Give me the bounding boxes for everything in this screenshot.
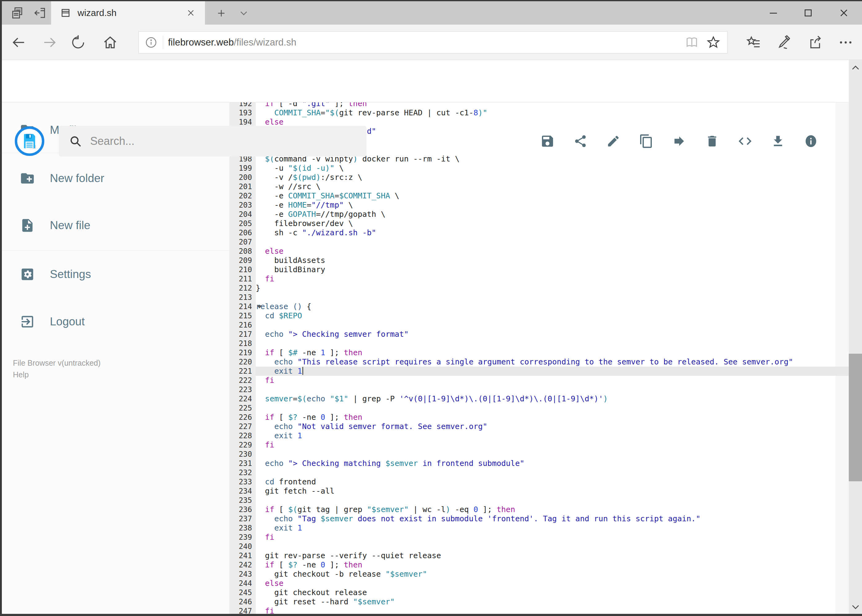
code-text[interactable]: echo "Tag $semver does not exist in subm… — [256, 514, 849, 523]
code-text[interactable]: COMMIT_SHA="$(git rev-parse HEAD | cut -… — [256, 108, 849, 118]
code-text[interactable] — [256, 385, 849, 394]
code-text[interactable]: fi — [256, 274, 849, 284]
code-line[interactable]: 235 — [229, 496, 849, 505]
code-line[interactable]: 193 COMMIT_SHA="$(git rev-parse HEAD | c… — [229, 108, 849, 118]
back-button[interactable] — [10, 34, 27, 51]
code-line[interactable]: 208 else — [229, 247, 849, 256]
rename-button[interactable] — [597, 131, 630, 151]
code-text[interactable]: release () { — [256, 302, 849, 311]
code-text[interactable] — [256, 404, 849, 413]
info-button[interactable] — [794, 131, 827, 151]
code-text[interactable]: fi — [256, 607, 849, 614]
code-line[interactable]: 245 git checkout release — [229, 588, 849, 597]
code-text[interactable]: fi — [256, 533, 849, 542]
code-text[interactable]: git rev-parse --verify --quiet release — [256, 551, 849, 560]
add-favorite-button[interactable] — [703, 32, 724, 53]
new-tab-button[interactable] — [214, 6, 229, 20]
code-text[interactable]: else — [256, 118, 849, 127]
site-info-icon[interactable] — [144, 36, 158, 49]
code-line[interactable]: 207 — [229, 237, 849, 247]
scrollbar-thumb[interactable] — [849, 354, 862, 481]
code-line[interactable]: 205 filebrowser/dev \ — [229, 219, 849, 228]
code-line[interactable]: 218 — [229, 339, 849, 348]
code-text[interactable]: if [ $? -ne 0 ]; then — [256, 413, 849, 422]
code-area[interactable]: 192 if [ -d ".git" ]; then193 COMMIT_SHA… — [229, 102, 849, 614]
code-line[interactable]: 243 git checkout -b release "$semver" — [229, 570, 849, 579]
code-line[interactable]: 229 fi — [229, 440, 849, 449]
code-line[interactable]: 213 — [229, 293, 849, 302]
code-line[interactable]: 237 echo "Tag $semver does not exist in … — [229, 514, 849, 523]
scroll-up-arrow-icon[interactable] — [849, 62, 862, 74]
code-text[interactable]: -v /$(pwd):/src:z \ — [256, 173, 849, 182]
annotate-button[interactable] — [775, 34, 793, 51]
code-line[interactable]: 194 else — [229, 118, 849, 127]
code-line[interactable]: 220 echo "This release script requires a… — [229, 357, 849, 366]
sidebar-item-new-folder[interactable]: New folder — [2, 160, 229, 197]
browser-tab-wizard-sh[interactable]: wizard.sh — [51, 1, 205, 25]
code-line[interactable]: 215 cd $REPO — [229, 311, 849, 321]
code-line[interactable]: 242 if [ $? -ne 0 ]; then — [229, 560, 849, 570]
code-text[interactable]: filebrowser/dev \ — [256, 219, 849, 228]
search-input[interactable] — [90, 135, 355, 148]
code-line[interactable]: 204 -e GOPATH=//tmp/gopath \ — [229, 210, 849, 219]
code-text[interactable] — [256, 496, 849, 505]
code-text[interactable]: -e GOPATH=//tmp/gopath \ — [256, 210, 849, 219]
code-text[interactable]: exit 1 — [256, 431, 849, 440]
code-text[interactable]: fi — [256, 376, 849, 385]
code-text[interactable]: buildBinary — [256, 265, 849, 274]
sidebar-item-new-file[interactable]: New file — [2, 207, 229, 244]
code-text[interactable]: } — [256, 284, 849, 293]
code-line[interactable]: 247 fi — [229, 607, 849, 614]
fold-arrow-icon[interactable] — [257, 305, 262, 308]
code-line[interactable]: 211 fi — [229, 274, 849, 284]
code-line[interactable]: 246 git reset --hard "$semver" — [229, 597, 849, 607]
code-text[interactable]: git fetch --all — [256, 487, 849, 496]
code-text[interactable]: echo "Not valid semver format. See semve… — [256, 422, 849, 431]
code-line[interactable]: 219 if [ $# -ne 1 ]; then — [229, 348, 849, 357]
code-line[interactable]: 239 fi — [229, 533, 849, 542]
code-line[interactable]: 223 — [229, 385, 849, 394]
download-button[interactable] — [761, 131, 794, 151]
code-line[interactable]: 227 echo "Not valid semver format. See s… — [229, 422, 849, 431]
code-line[interactable]: 210 buildBinary — [229, 265, 849, 274]
code-line[interactable]: 236 if [ $(git tag | grep "$semver" | wc… — [229, 505, 849, 514]
code-text[interactable]: semver=$(echo "$1" | grep -P '^v(0|[1-9]… — [256, 394, 849, 404]
code-text[interactable]: else — [256, 247, 849, 256]
code-line[interactable]: 226 if [ $? -ne 0 ]; then — [229, 413, 849, 422]
code-text[interactable] — [256, 237, 849, 247]
code-text[interactable]: if [ $(git tag | grep "$semver" | wc -l)… — [256, 505, 849, 514]
settings-menu-button[interactable] — [837, 34, 854, 51]
code-text[interactable]: sh -c "./wizard.sh -b" — [256, 228, 849, 237]
sidebar-item-settings[interactable]: Settings — [2, 256, 229, 293]
code-line[interactable]: 201 -w //src \ — [229, 182, 849, 191]
code-text[interactable]: cd $REPO — [256, 311, 849, 321]
code-line[interactable]: 202 -e COMMIT_SHA=$COMMIT_SHA \ — [229, 191, 849, 201]
code-text[interactable]: exit 1 — [256, 523, 849, 533]
code-text[interactable]: -e COMMIT_SHA=$COMMIT_SHA \ — [256, 191, 849, 201]
address-bar[interactable]: filebrowser.web/files/wizard.sh — [139, 31, 728, 53]
scroll-down-arrow-icon[interactable] — [849, 600, 862, 613]
code-line[interactable]: 233 cd frontend — [229, 477, 849, 487]
code-text[interactable] — [256, 293, 849, 302]
search-bar[interactable] — [59, 126, 367, 157]
forward-button[interactable] — [41, 34, 58, 51]
window-minimize-button[interactable] — [756, 1, 791, 25]
code-line[interactable]: 217 echo "> Checking semver format" — [229, 330, 849, 339]
save-button[interactable] — [531, 131, 564, 151]
share-file-button[interactable] — [564, 131, 597, 151]
code-line[interactable]: 221 exit 1 — [229, 366, 849, 376]
code-text[interactable]: else — [256, 579, 849, 588]
tab-list-dropdown-button[interactable] — [236, 7, 252, 20]
sidebar-item-logout[interactable]: Logout — [2, 303, 229, 340]
code-line[interactable]: 225 — [229, 404, 849, 413]
code-line[interactable]: 192 if [ -d ".git" ]; then — [229, 102, 849, 108]
code-text[interactable] — [256, 542, 849, 551]
code-text[interactable] — [256, 449, 849, 459]
hub-favorites-button[interactable] — [745, 34, 762, 51]
code-text[interactable]: git reset --hard "$semver" — [256, 597, 849, 607]
refresh-button[interactable] — [70, 34, 87, 51]
code-text[interactable]: echo "This release script requires a sin… — [256, 357, 849, 366]
code-line[interactable]: 232 — [229, 468, 849, 477]
code-line[interactable]: 199 -u "$(id -u)" \ — [229, 163, 849, 173]
code-text[interactable]: if [ $? -ne 0 ]; then — [256, 560, 849, 570]
